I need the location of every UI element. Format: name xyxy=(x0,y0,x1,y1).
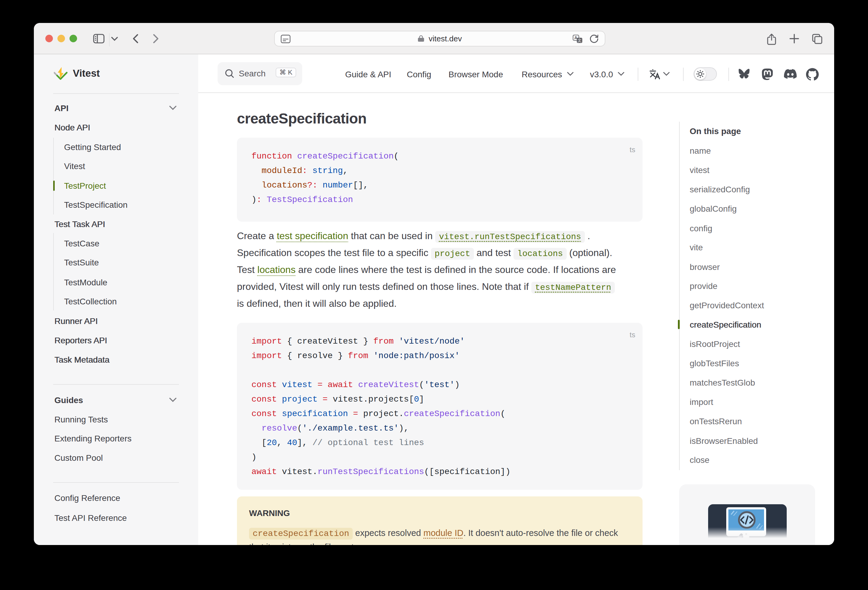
svg-text:文: 文 xyxy=(577,38,582,43)
